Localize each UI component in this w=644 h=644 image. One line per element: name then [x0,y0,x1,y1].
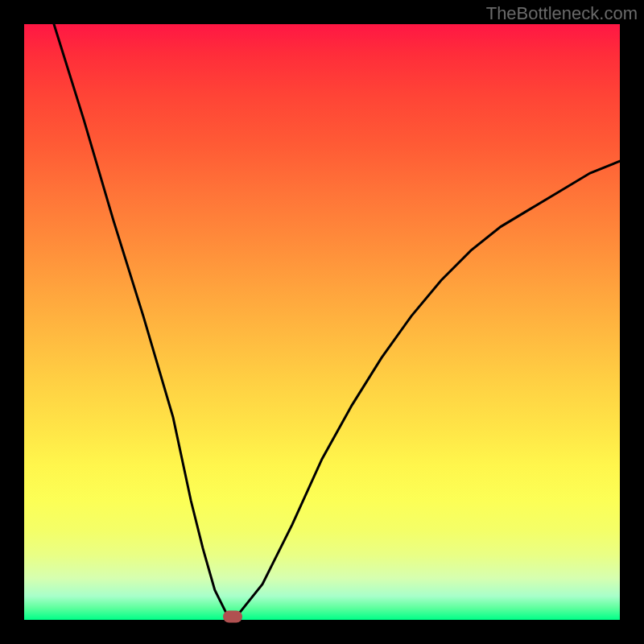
optimal-point-marker [223,611,242,623]
bottleneck-curve [24,24,620,620]
chart-plot-area [24,24,620,620]
border-right [620,0,644,644]
border-bottom [0,620,644,644]
watermark-text: TheBottleneck.com [486,3,638,24]
border-left [0,0,24,644]
